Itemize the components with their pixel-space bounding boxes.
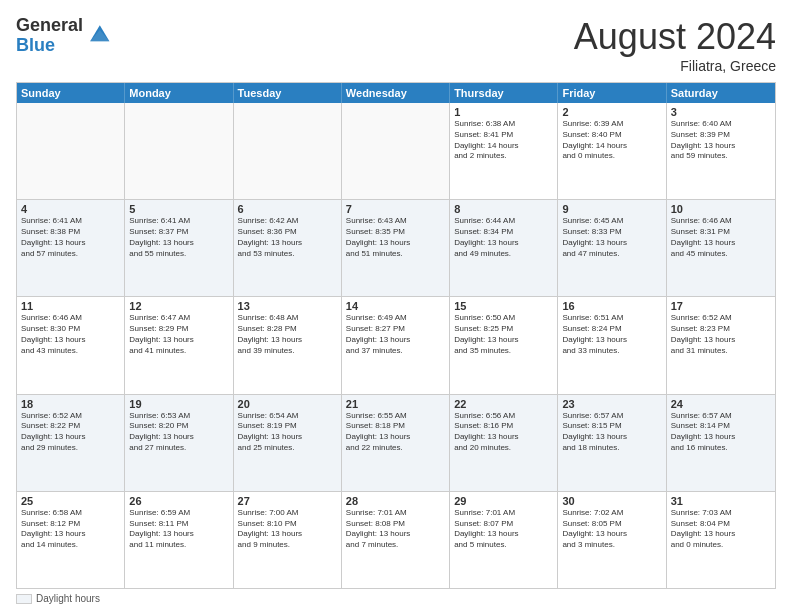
day-cell-20: 20Sunrise: 6:54 AM Sunset: 8:19 PM Dayli… <box>234 395 342 491</box>
cell-info-10: Sunrise: 6:46 AM Sunset: 8:31 PM Dayligh… <box>671 216 771 259</box>
cell-date-12: 12 <box>129 300 228 312</box>
calendar-row-1: 1Sunrise: 6:38 AM Sunset: 8:41 PM Daylig… <box>17 103 775 200</box>
empty-cell <box>234 103 342 199</box>
cell-date-21: 21 <box>346 398 445 410</box>
day-cell-14: 14Sunrise: 6:49 AM Sunset: 8:27 PM Dayli… <box>342 297 450 393</box>
month-title: August 2024 <box>574 16 776 58</box>
daylight-swatch <box>16 594 32 604</box>
cell-info-8: Sunrise: 6:44 AM Sunset: 8:34 PM Dayligh… <box>454 216 553 259</box>
location: Filiatra, Greece <box>574 58 776 74</box>
logo: General Blue <box>16 16 111 56</box>
day-cell-18: 18Sunrise: 6:52 AM Sunset: 8:22 PM Dayli… <box>17 395 125 491</box>
svg-marker-1 <box>90 30 109 41</box>
footer-label: Daylight hours <box>36 593 100 604</box>
day-cell-15: 15Sunrise: 6:50 AM Sunset: 8:25 PM Dayli… <box>450 297 558 393</box>
day-cell-1: 1Sunrise: 6:38 AM Sunset: 8:41 PM Daylig… <box>450 103 558 199</box>
cell-date-30: 30 <box>562 495 661 507</box>
cell-date-31: 31 <box>671 495 771 507</box>
cell-date-20: 20 <box>238 398 337 410</box>
cell-info-31: Sunrise: 7:03 AM Sunset: 8:04 PM Dayligh… <box>671 508 771 551</box>
day-cell-5: 5Sunrise: 6:41 AM Sunset: 8:37 PM Daylig… <box>125 200 233 296</box>
cell-info-20: Sunrise: 6:54 AM Sunset: 8:19 PM Dayligh… <box>238 411 337 454</box>
day-cell-6: 6Sunrise: 6:42 AM Sunset: 8:36 PM Daylig… <box>234 200 342 296</box>
cell-info-14: Sunrise: 6:49 AM Sunset: 8:27 PM Dayligh… <box>346 313 445 356</box>
day-cell-10: 10Sunrise: 6:46 AM Sunset: 8:31 PM Dayli… <box>667 200 775 296</box>
cell-info-12: Sunrise: 6:47 AM Sunset: 8:29 PM Dayligh… <box>129 313 228 356</box>
day-cell-22: 22Sunrise: 6:56 AM Sunset: 8:16 PM Dayli… <box>450 395 558 491</box>
day-cell-2: 2Sunrise: 6:39 AM Sunset: 8:40 PM Daylig… <box>558 103 666 199</box>
cell-info-29: Sunrise: 7:01 AM Sunset: 8:07 PM Dayligh… <box>454 508 553 551</box>
cell-info-15: Sunrise: 6:50 AM Sunset: 8:25 PM Dayligh… <box>454 313 553 356</box>
cell-info-27: Sunrise: 7:00 AM Sunset: 8:10 PM Dayligh… <box>238 508 337 551</box>
cell-date-4: 4 <box>21 203 120 215</box>
cell-info-23: Sunrise: 6:57 AM Sunset: 8:15 PM Dayligh… <box>562 411 661 454</box>
day-cell-3: 3Sunrise: 6:40 AM Sunset: 8:39 PM Daylig… <box>667 103 775 199</box>
cell-info-26: Sunrise: 6:59 AM Sunset: 8:11 PM Dayligh… <box>129 508 228 551</box>
day-cell-27: 27Sunrise: 7:00 AM Sunset: 8:10 PM Dayli… <box>234 492 342 588</box>
day-cell-31: 31Sunrise: 7:03 AM Sunset: 8:04 PM Dayli… <box>667 492 775 588</box>
page: General Blue August 2024 Filiatra, Greec… <box>0 0 792 612</box>
cell-info-19: Sunrise: 6:53 AM Sunset: 8:20 PM Dayligh… <box>129 411 228 454</box>
cell-info-3: Sunrise: 6:40 AM Sunset: 8:39 PM Dayligh… <box>671 119 771 162</box>
day-headers: Sunday Monday Tuesday Wednesday Thursday… <box>17 83 775 103</box>
header-sunday: Sunday <box>17 83 125 103</box>
day-cell-19: 19Sunrise: 6:53 AM Sunset: 8:20 PM Dayli… <box>125 395 233 491</box>
cell-info-24: Sunrise: 6:57 AM Sunset: 8:14 PM Dayligh… <box>671 411 771 454</box>
day-cell-28: 28Sunrise: 7:01 AM Sunset: 8:08 PM Dayli… <box>342 492 450 588</box>
day-cell-13: 13Sunrise: 6:48 AM Sunset: 8:28 PM Dayli… <box>234 297 342 393</box>
logo-general: General <box>16 16 83 36</box>
day-cell-8: 8Sunrise: 6:44 AM Sunset: 8:34 PM Daylig… <box>450 200 558 296</box>
day-cell-29: 29Sunrise: 7:01 AM Sunset: 8:07 PM Dayli… <box>450 492 558 588</box>
cell-date-28: 28 <box>346 495 445 507</box>
cell-info-28: Sunrise: 7:01 AM Sunset: 8:08 PM Dayligh… <box>346 508 445 551</box>
header-saturday: Saturday <box>667 83 775 103</box>
cell-date-15: 15 <box>454 300 553 312</box>
empty-cell <box>17 103 125 199</box>
cell-info-4: Sunrise: 6:41 AM Sunset: 8:38 PM Dayligh… <box>21 216 120 259</box>
cell-date-29: 29 <box>454 495 553 507</box>
footer: Daylight hours <box>16 589 776 604</box>
cell-date-7: 7 <box>346 203 445 215</box>
cell-date-1: 1 <box>454 106 553 118</box>
day-cell-26: 26Sunrise: 6:59 AM Sunset: 8:11 PM Dayli… <box>125 492 233 588</box>
cell-date-16: 16 <box>562 300 661 312</box>
cell-date-6: 6 <box>238 203 337 215</box>
logo-text: General Blue <box>16 16 83 56</box>
day-cell-17: 17Sunrise: 6:52 AM Sunset: 8:23 PM Dayli… <box>667 297 775 393</box>
cell-info-9: Sunrise: 6:45 AM Sunset: 8:33 PM Dayligh… <box>562 216 661 259</box>
header-friday: Friday <box>558 83 666 103</box>
cell-date-23: 23 <box>562 398 661 410</box>
cell-date-2: 2 <box>562 106 661 118</box>
cell-info-21: Sunrise: 6:55 AM Sunset: 8:18 PM Dayligh… <box>346 411 445 454</box>
header-thursday: Thursday <box>450 83 558 103</box>
cell-date-26: 26 <box>129 495 228 507</box>
cell-info-30: Sunrise: 7:02 AM Sunset: 8:05 PM Dayligh… <box>562 508 661 551</box>
header: General Blue August 2024 Filiatra, Greec… <box>16 16 776 74</box>
cell-info-18: Sunrise: 6:52 AM Sunset: 8:22 PM Dayligh… <box>21 411 120 454</box>
cell-date-18: 18 <box>21 398 120 410</box>
cell-info-16: Sunrise: 6:51 AM Sunset: 8:24 PM Dayligh… <box>562 313 661 356</box>
cell-info-1: Sunrise: 6:38 AM Sunset: 8:41 PM Dayligh… <box>454 119 553 162</box>
cell-date-22: 22 <box>454 398 553 410</box>
cell-info-7: Sunrise: 6:43 AM Sunset: 8:35 PM Dayligh… <box>346 216 445 259</box>
cell-date-27: 27 <box>238 495 337 507</box>
calendar-row-5: 25Sunrise: 6:58 AM Sunset: 8:12 PM Dayli… <box>17 492 775 588</box>
calendar-row-3: 11Sunrise: 6:46 AM Sunset: 8:30 PM Dayli… <box>17 297 775 394</box>
day-cell-12: 12Sunrise: 6:47 AM Sunset: 8:29 PM Dayli… <box>125 297 233 393</box>
cell-date-11: 11 <box>21 300 120 312</box>
cell-date-3: 3 <box>671 106 771 118</box>
day-cell-25: 25Sunrise: 6:58 AM Sunset: 8:12 PM Dayli… <box>17 492 125 588</box>
cell-info-17: Sunrise: 6:52 AM Sunset: 8:23 PM Dayligh… <box>671 313 771 356</box>
logo-blue: Blue <box>16 36 83 56</box>
cell-info-25: Sunrise: 6:58 AM Sunset: 8:12 PM Dayligh… <box>21 508 120 551</box>
calendar-row-4: 18Sunrise: 6:52 AM Sunset: 8:22 PM Dayli… <box>17 395 775 492</box>
header-monday: Monday <box>125 83 233 103</box>
cell-date-8: 8 <box>454 203 553 215</box>
header-tuesday: Tuesday <box>234 83 342 103</box>
cell-info-22: Sunrise: 6:56 AM Sunset: 8:16 PM Dayligh… <box>454 411 553 454</box>
day-cell-11: 11Sunrise: 6:46 AM Sunset: 8:30 PM Dayli… <box>17 297 125 393</box>
cell-date-10: 10 <box>671 203 771 215</box>
empty-cell <box>342 103 450 199</box>
cell-date-24: 24 <box>671 398 771 410</box>
cell-date-17: 17 <box>671 300 771 312</box>
